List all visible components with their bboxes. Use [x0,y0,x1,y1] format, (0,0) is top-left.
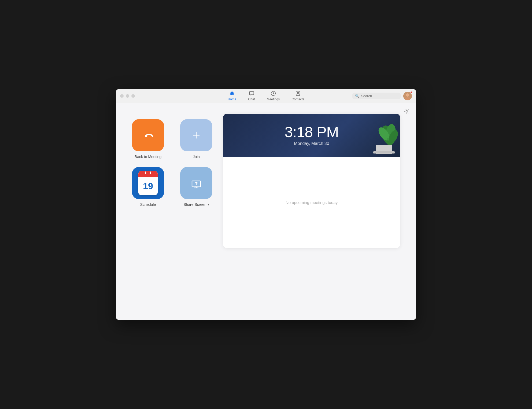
app-window: Home Chat Meetings [116,89,416,320]
meetings-icon [271,91,276,97]
search-input[interactable] [361,94,396,98]
nav-tabs: Home Chat Meetings [222,89,310,103]
svg-point-5 [406,93,409,97]
tab-home-label: Home [228,97,236,101]
schedule-button[interactable]: 19 [132,167,164,199]
tab-contacts-label: Contacts [291,97,304,101]
tab-meetings-label: Meetings [267,97,280,101]
settings-gear-button[interactable] [404,108,410,116]
tab-chat[interactable]: Chat [242,89,261,103]
clock-date: Monday, March 30 [294,141,329,146]
plant-decoration [368,119,400,157]
contacts-icon [295,91,301,97]
action-back-to-meeting[interactable]: Back to Meeting [132,119,164,159]
actions-grid: Back to Meeting Join [132,119,212,207]
clock-time: 3:18 PM [285,125,339,140]
action-schedule[interactable]: 19 Schedule [132,167,164,207]
main-area: Back to Meeting Join [132,114,400,309]
maximize-button[interactable] [131,94,135,98]
traffic-lights [120,94,135,98]
svg-rect-15 [373,151,395,154]
tab-contacts[interactable]: Contacts [286,89,310,103]
share-screen-row: Share Screen ▾ [183,202,209,207]
clock-banner: 3:18 PM Monday, March 30 [223,114,400,157]
recording-badge [410,91,413,94]
chat-icon [249,91,254,97]
back-to-meeting-label: Back to Meeting [135,155,161,159]
svg-rect-0 [249,92,254,95]
close-button[interactable] [120,94,124,98]
svg-point-3 [297,92,299,94]
tab-home[interactable]: Home [222,89,242,103]
tab-meetings[interactable]: Meetings [261,89,286,103]
tab-chat-label: Chat [248,97,255,101]
action-join[interactable]: Join [180,119,212,159]
join-button[interactable] [180,119,212,151]
meetings-body: No upcoming meetings today [223,157,400,248]
share-screen-label: Share Screen [183,202,206,207]
share-screen-chevron[interactable]: ▾ [208,203,209,206]
avatar-container[interactable] [403,92,412,100]
no-meetings-text: No upcoming meetings today [286,200,338,205]
share-screen-button[interactable] [180,167,212,199]
titlebar-right: 🔍 [352,92,412,100]
svg-point-7 [406,111,408,112]
home-icon [229,91,235,97]
search-icon: 🔍 [355,94,359,98]
content-area: Back to Meeting Join [116,103,416,320]
back-to-meeting-button[interactable] [132,119,164,151]
search-bar[interactable]: 🔍 [352,93,401,99]
join-label: Join [193,155,200,159]
calendar-day: 19 [143,181,153,191]
action-share-screen[interactable]: Share Screen ▾ [180,167,212,207]
minimize-button[interactable] [126,94,129,98]
titlebar: Home Chat Meetings [116,89,416,103]
schedule-label: Schedule [140,202,156,207]
calendar-panel: 3:18 PM Monday, March 30 [223,114,400,248]
